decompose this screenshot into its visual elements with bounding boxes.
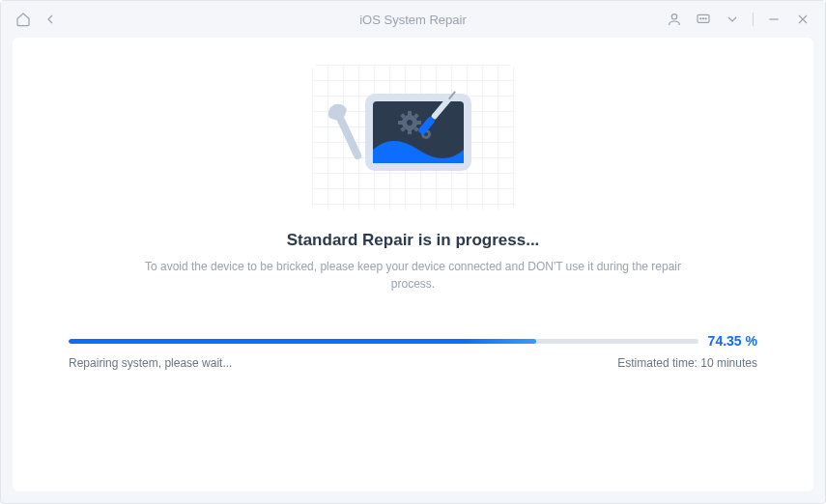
titlebar-divider <box>753 13 754 26</box>
user-icon[interactable] <box>666 11 683 28</box>
svg-rect-11 <box>408 129 412 134</box>
progress-labels: Repairing system, please wait... Estimat… <box>69 356 757 370</box>
svg-point-0 <box>671 14 676 19</box>
progress-bar-row: 74.35 % <box>69 333 757 349</box>
back-icon[interactable] <box>42 11 59 28</box>
app-window: iOS System Repair <box>0 0 826 504</box>
repair-illustration <box>312 65 515 210</box>
progress-percent: 74.35 % <box>708 333 757 349</box>
svg-point-2 <box>700 18 701 19</box>
titlebar: iOS System Repair <box>1 1 825 38</box>
repair-illustration-svg <box>327 74 500 200</box>
progress-subtext: To avoid the device to be bricked, pleas… <box>143 258 684 293</box>
titlebar-left <box>14 11 59 28</box>
svg-rect-12 <box>398 121 403 125</box>
chevron-down-icon[interactable] <box>724 11 741 28</box>
progress-status-text: Repairing system, please wait... <box>69 356 232 370</box>
svg-rect-10 <box>408 111 412 116</box>
svg-point-4 <box>705 18 706 19</box>
feedback-icon[interactable] <box>695 11 712 28</box>
progress-eta-text: Estimated time: 10 minutes <box>617 356 757 370</box>
window-title: iOS System Repair <box>359 13 467 27</box>
titlebar-right <box>666 11 812 28</box>
svg-point-3 <box>702 18 703 19</box>
progress-heading: Standard Repair is in progress... <box>287 231 540 250</box>
home-icon[interactable] <box>14 11 32 28</box>
progress-track <box>69 339 698 344</box>
svg-rect-13 <box>416 121 421 125</box>
close-icon[interactable] <box>794 11 812 28</box>
content-panel: Standard Repair is in progress... To avo… <box>13 38 813 491</box>
svg-rect-5 <box>336 116 363 161</box>
minimize-icon[interactable] <box>765 11 783 28</box>
progress-fill <box>69 339 536 344</box>
svg-point-9 <box>407 120 413 126</box>
